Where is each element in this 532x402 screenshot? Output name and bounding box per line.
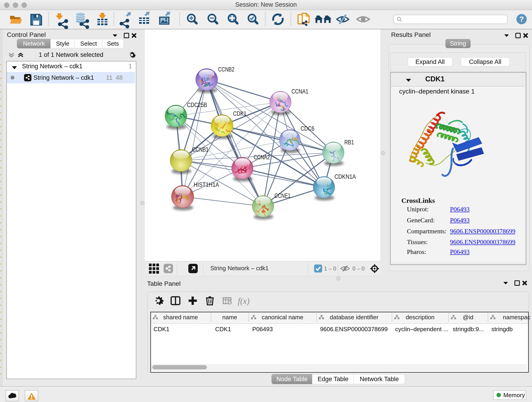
svg-text:RB1: RB1 [344, 139, 354, 146]
svg-text:CCNA1: CCNA1 [291, 88, 308, 95]
svg-text:CCNE1: CCNE1 [274, 192, 291, 199]
svg-text:CDC6: CDC6 [301, 125, 314, 132]
svg-text:CDC25B: CDC25B [187, 101, 207, 108]
svg-text:CCNA2: CCNA2 [254, 153, 270, 161]
svg-text:CCNB1: CCNB1 [192, 146, 209, 153]
svg-text:CCNB2: CCNB2 [218, 66, 234, 73]
svg-text:CDKN1A: CDKN1A [335, 173, 356, 180]
svg-text:CDK1: CDK1 [233, 110, 247, 117]
svg-text:HIST1H1A: HIST1H1A [194, 181, 219, 188]
